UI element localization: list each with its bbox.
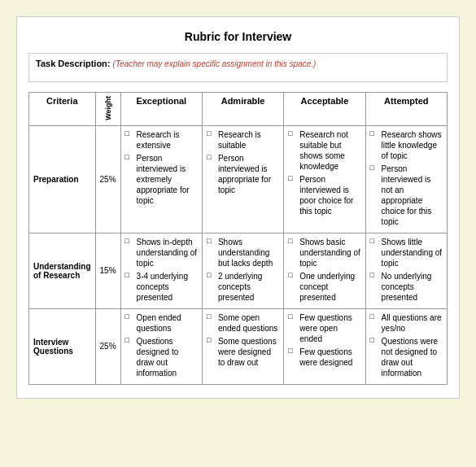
criteria-cell: Understanding of Research [29,233,96,308]
task-description: Task Description: (Teacher may explain s… [28,53,448,82]
list-item: Person interviewed is extremely appropri… [125,153,198,206]
attempted-cell: Research shows little knowledge of topic… [365,125,447,233]
weight-cell: 15% [95,233,120,308]
list-item: Research shows little knowledge of topic [370,129,443,161]
weight-cell: 25% [95,308,120,384]
list-item: Research is suitable [207,129,279,151]
acceptable-cell: Shows basic understanding of topicOne un… [284,233,365,308]
list-item: Person interviewed is poor choice for th… [288,174,360,216]
header-weight: Weight [95,93,120,126]
list-item: No underlying concepts presented [370,271,443,303]
list-item: Few questions were open ended [288,312,360,344]
list-item: Some questions were designed to draw out [207,336,279,368]
rubric-page: Rubric for Interview Task Description: (… [16,16,460,399]
weight-cell: 25% [95,125,120,233]
page-title: Rubric for Interview [28,30,448,43]
exceptional-cell: Research is extensivePerson interviewed … [120,125,202,233]
list-item: Shows in-depth understanding of topic [125,237,198,268]
admirable-cell: Shows understanding but lacks depth2 und… [202,233,283,308]
acceptable-cell: Research not suitable but shows some kno… [284,125,365,233]
criteria-cell: Interview Questions [29,308,96,384]
table-header-row: Criteria Weight Exceptional Admirable Ac… [29,93,448,126]
list-item: 2 underlying concepts presented [207,271,279,303]
task-placeholder: (Teacher may explain specific assignment… [113,59,317,68]
list-item: Shows little understanding of topic [370,237,443,268]
exceptional-cell: Open ended questionsQuestions designed t… [120,308,202,384]
table-row: Preparation25%Research is extensivePerso… [29,125,448,233]
attempted-cell: Shows little understanding of topicNo un… [365,233,447,308]
list-item: Shows understanding but lacks depth [207,237,279,268]
list-item: Questions designed to draw out informati… [125,336,198,378]
header-criteria: Criteria [29,93,96,126]
attempted-cell: All questions are yes/noQuestions were n… [365,308,447,384]
admirable-cell: Some open ended questionsSome questions … [202,308,283,384]
list-item: 3-4 underlying concepts presented [125,271,198,303]
criteria-cell: Preparation [29,125,96,233]
list-item: One underlying concept presented [288,271,360,303]
table-row: Interview Questions25%Open ended questio… [29,308,448,384]
header-attempted: Attempted [365,93,447,126]
task-label: Task Description: [36,59,111,68]
list-item: Research is extensive [125,129,198,151]
list-item: Shows basic understanding of topic [288,237,360,268]
list-item: Person interviewed is not an appropriate… [370,164,443,227]
rubric-table: Criteria Weight Exceptional Admirable Ac… [28,92,448,385]
acceptable-cell: Few questions were open endedFew questio… [284,308,365,384]
list-item: Research not suitable but shows some kno… [288,129,360,172]
list-item: All questions are yes/no [370,312,443,334]
list-item: Few questions were designed [288,347,360,368]
list-item: Open ended questions [125,312,198,334]
header-admirable: Admirable [202,93,283,126]
list-item: Person interviewed is appropriate for to… [207,153,279,195]
list-item: Questions were not designed to draw out … [370,336,443,378]
header-acceptable: Acceptable [284,93,365,126]
header-exceptional: Exceptional [120,93,202,126]
admirable-cell: Research is suitablePerson interviewed i… [202,125,283,233]
list-item: Some open ended questions [207,312,279,334]
table-row: Understanding of Research15%Shows in-dep… [29,233,448,308]
exceptional-cell: Shows in-depth understanding of topic3-4… [120,233,202,308]
